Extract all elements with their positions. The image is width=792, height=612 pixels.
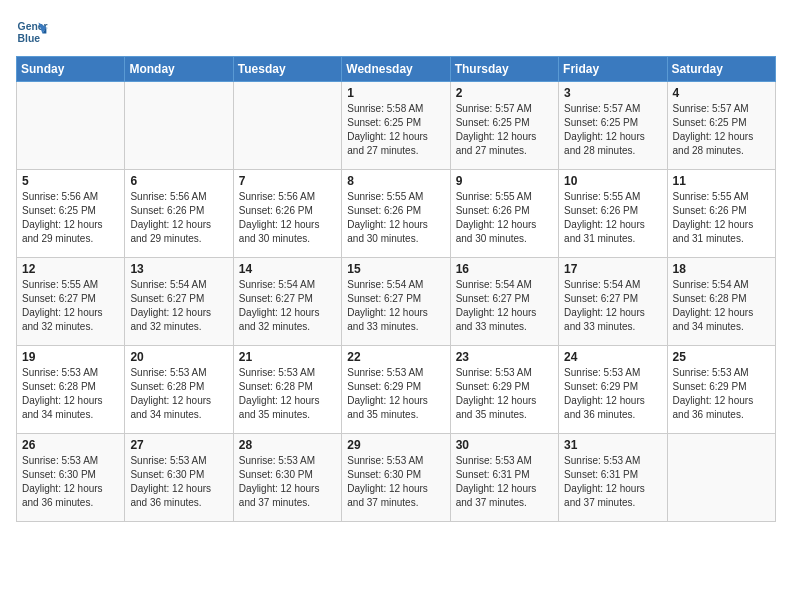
cell-info: Sunrise: 5:57 AM Sunset: 6:25 PM Dayligh… (673, 102, 770, 158)
calendar-cell: 9Sunrise: 5:55 AM Sunset: 6:26 PM Daylig… (450, 170, 558, 258)
cell-info: Sunrise: 5:53 AM Sunset: 6:31 PM Dayligh… (456, 454, 553, 510)
cell-info: Sunrise: 5:57 AM Sunset: 6:25 PM Dayligh… (564, 102, 661, 158)
page-header: General Blue (16, 16, 776, 48)
calendar-cell (125, 82, 233, 170)
calendar-cell: 20Sunrise: 5:53 AM Sunset: 6:28 PM Dayli… (125, 346, 233, 434)
calendar-cell: 8Sunrise: 5:55 AM Sunset: 6:26 PM Daylig… (342, 170, 450, 258)
calendar-cell: 28Sunrise: 5:53 AM Sunset: 6:30 PM Dayli… (233, 434, 341, 522)
calendar-cell: 21Sunrise: 5:53 AM Sunset: 6:28 PM Dayli… (233, 346, 341, 434)
day-number: 30 (456, 438, 553, 452)
cell-info: Sunrise: 5:55 AM Sunset: 6:26 PM Dayligh… (673, 190, 770, 246)
calendar-table: SundayMondayTuesdayWednesdayThursdayFrid… (16, 56, 776, 522)
cell-info: Sunrise: 5:53 AM Sunset: 6:28 PM Dayligh… (130, 366, 227, 422)
day-number: 16 (456, 262, 553, 276)
calendar-cell: 25Sunrise: 5:53 AM Sunset: 6:29 PM Dayli… (667, 346, 775, 434)
cell-info: Sunrise: 5:53 AM Sunset: 6:29 PM Dayligh… (673, 366, 770, 422)
cell-info: Sunrise: 5:53 AM Sunset: 6:29 PM Dayligh… (564, 366, 661, 422)
day-number: 6 (130, 174, 227, 188)
calendar-cell: 17Sunrise: 5:54 AM Sunset: 6:27 PM Dayli… (559, 258, 667, 346)
weekday-header: Friday (559, 57, 667, 82)
cell-info: Sunrise: 5:53 AM Sunset: 6:30 PM Dayligh… (347, 454, 444, 510)
cell-info: Sunrise: 5:54 AM Sunset: 6:27 PM Dayligh… (239, 278, 336, 334)
calendar-cell (667, 434, 775, 522)
day-number: 23 (456, 350, 553, 364)
cell-info: Sunrise: 5:54 AM Sunset: 6:28 PM Dayligh… (673, 278, 770, 334)
day-number: 7 (239, 174, 336, 188)
calendar-cell: 7Sunrise: 5:56 AM Sunset: 6:26 PM Daylig… (233, 170, 341, 258)
weekday-header: Saturday (667, 57, 775, 82)
calendar-cell: 1Sunrise: 5:58 AM Sunset: 6:25 PM Daylig… (342, 82, 450, 170)
cell-info: Sunrise: 5:56 AM Sunset: 6:25 PM Dayligh… (22, 190, 119, 246)
day-number: 27 (130, 438, 227, 452)
day-number: 19 (22, 350, 119, 364)
day-number: 18 (673, 262, 770, 276)
calendar-cell: 22Sunrise: 5:53 AM Sunset: 6:29 PM Dayli… (342, 346, 450, 434)
calendar-cell: 24Sunrise: 5:53 AM Sunset: 6:29 PM Dayli… (559, 346, 667, 434)
day-number: 5 (22, 174, 119, 188)
weekday-header: Wednesday (342, 57, 450, 82)
calendar-cell: 6Sunrise: 5:56 AM Sunset: 6:26 PM Daylig… (125, 170, 233, 258)
calendar-cell: 4Sunrise: 5:57 AM Sunset: 6:25 PM Daylig… (667, 82, 775, 170)
weekday-header: Thursday (450, 57, 558, 82)
calendar-cell (233, 82, 341, 170)
calendar-cell: 29Sunrise: 5:53 AM Sunset: 6:30 PM Dayli… (342, 434, 450, 522)
day-number: 22 (347, 350, 444, 364)
calendar-cell: 3Sunrise: 5:57 AM Sunset: 6:25 PM Daylig… (559, 82, 667, 170)
logo-icon: General Blue (16, 16, 48, 48)
day-number: 31 (564, 438, 661, 452)
calendar-cell: 26Sunrise: 5:53 AM Sunset: 6:30 PM Dayli… (17, 434, 125, 522)
calendar-week-row: 1Sunrise: 5:58 AM Sunset: 6:25 PM Daylig… (17, 82, 776, 170)
day-number: 8 (347, 174, 444, 188)
weekday-header-row: SundayMondayTuesdayWednesdayThursdayFrid… (17, 57, 776, 82)
cell-info: Sunrise: 5:54 AM Sunset: 6:27 PM Dayligh… (347, 278, 444, 334)
day-number: 13 (130, 262, 227, 276)
svg-text:Blue: Blue (18, 33, 41, 44)
calendar-cell: 19Sunrise: 5:53 AM Sunset: 6:28 PM Dayli… (17, 346, 125, 434)
day-number: 12 (22, 262, 119, 276)
day-number: 3 (564, 86, 661, 100)
calendar-cell: 30Sunrise: 5:53 AM Sunset: 6:31 PM Dayli… (450, 434, 558, 522)
day-number: 25 (673, 350, 770, 364)
day-number: 24 (564, 350, 661, 364)
day-number: 29 (347, 438, 444, 452)
day-number: 2 (456, 86, 553, 100)
logo: General Blue (16, 16, 48, 48)
calendar-cell: 27Sunrise: 5:53 AM Sunset: 6:30 PM Dayli… (125, 434, 233, 522)
weekday-header: Sunday (17, 57, 125, 82)
calendar-cell: 5Sunrise: 5:56 AM Sunset: 6:25 PM Daylig… (17, 170, 125, 258)
cell-info: Sunrise: 5:53 AM Sunset: 6:31 PM Dayligh… (564, 454, 661, 510)
cell-info: Sunrise: 5:55 AM Sunset: 6:26 PM Dayligh… (347, 190, 444, 246)
day-number: 4 (673, 86, 770, 100)
day-number: 21 (239, 350, 336, 364)
calendar-cell: 2Sunrise: 5:57 AM Sunset: 6:25 PM Daylig… (450, 82, 558, 170)
day-number: 10 (564, 174, 661, 188)
cell-info: Sunrise: 5:56 AM Sunset: 6:26 PM Dayligh… (130, 190, 227, 246)
cell-info: Sunrise: 5:55 AM Sunset: 6:26 PM Dayligh… (456, 190, 553, 246)
day-number: 26 (22, 438, 119, 452)
calendar-cell: 23Sunrise: 5:53 AM Sunset: 6:29 PM Dayli… (450, 346, 558, 434)
calendar-cell: 11Sunrise: 5:55 AM Sunset: 6:26 PM Dayli… (667, 170, 775, 258)
calendar-week-row: 19Sunrise: 5:53 AM Sunset: 6:28 PM Dayli… (17, 346, 776, 434)
calendar-cell: 13Sunrise: 5:54 AM Sunset: 6:27 PM Dayli… (125, 258, 233, 346)
day-number: 20 (130, 350, 227, 364)
cell-info: Sunrise: 5:57 AM Sunset: 6:25 PM Dayligh… (456, 102, 553, 158)
day-number: 15 (347, 262, 444, 276)
calendar-cell: 14Sunrise: 5:54 AM Sunset: 6:27 PM Dayli… (233, 258, 341, 346)
cell-info: Sunrise: 5:53 AM Sunset: 6:28 PM Dayligh… (239, 366, 336, 422)
day-number: 14 (239, 262, 336, 276)
cell-info: Sunrise: 5:54 AM Sunset: 6:27 PM Dayligh… (456, 278, 553, 334)
calendar-cell: 31Sunrise: 5:53 AM Sunset: 6:31 PM Dayli… (559, 434, 667, 522)
cell-info: Sunrise: 5:54 AM Sunset: 6:27 PM Dayligh… (130, 278, 227, 334)
cell-info: Sunrise: 5:53 AM Sunset: 6:30 PM Dayligh… (239, 454, 336, 510)
calendar-cell: 18Sunrise: 5:54 AM Sunset: 6:28 PM Dayli… (667, 258, 775, 346)
calendar-cell: 12Sunrise: 5:55 AM Sunset: 6:27 PM Dayli… (17, 258, 125, 346)
cell-info: Sunrise: 5:53 AM Sunset: 6:30 PM Dayligh… (130, 454, 227, 510)
day-number: 11 (673, 174, 770, 188)
cell-info: Sunrise: 5:56 AM Sunset: 6:26 PM Dayligh… (239, 190, 336, 246)
cell-info: Sunrise: 5:53 AM Sunset: 6:28 PM Dayligh… (22, 366, 119, 422)
cell-info: Sunrise: 5:53 AM Sunset: 6:29 PM Dayligh… (347, 366, 444, 422)
day-number: 28 (239, 438, 336, 452)
calendar-week-row: 5Sunrise: 5:56 AM Sunset: 6:25 PM Daylig… (17, 170, 776, 258)
day-number: 9 (456, 174, 553, 188)
day-number: 17 (564, 262, 661, 276)
